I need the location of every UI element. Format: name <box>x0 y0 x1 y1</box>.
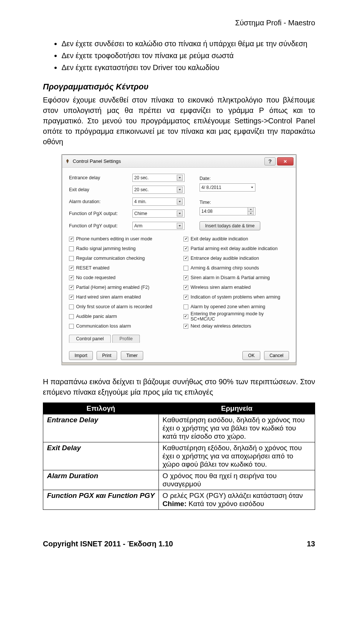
date-label: Date: <box>200 176 289 181</box>
checkbox-icon[interactable] <box>183 304 188 309</box>
chevron-down-icon <box>248 212 253 215</box>
chevron-down-icon <box>177 211 183 217</box>
table-cell-option: Exit Delay <box>43 442 159 470</box>
checkbox-icon[interactable] <box>69 324 74 329</box>
checkbox-label: Radio signal jamming testing <box>76 246 136 251</box>
time-value: 14:08 <box>201 209 213 214</box>
tab-control-panel[interactable]: Control panel <box>69 335 111 343</box>
table-row: Entrance DelayΚαθυστέρηση εισόδου, δηλαδ… <box>43 414 315 442</box>
close-button[interactable]: × <box>277 157 293 165</box>
checkbox-icon[interactable] <box>69 314 74 319</box>
checkbox-row[interactable]: Only first source of alarm is recorded <box>69 303 175 311</box>
checkbox-row[interactable]: No code requested <box>69 274 175 282</box>
chevron-up-icon <box>248 208 253 212</box>
checkbox-icon[interactable] <box>69 246 74 251</box>
checkbox-label: Arming & disarming chirp sounds <box>191 265 259 271</box>
chevron-down-icon <box>177 187 183 193</box>
checkbox-icon[interactable] <box>183 285 188 290</box>
checkbox-icon[interactable] <box>69 275 74 280</box>
section-title: Προγραμματισμός Κέντρου <box>43 82 315 92</box>
tab-profile[interactable]: Profile <box>112 335 139 343</box>
ok-button[interactable]: OK <box>242 351 260 360</box>
chevron-down-icon <box>177 223 183 229</box>
exit-delay-combo[interactable]: 20 sec. <box>132 186 185 194</box>
checkbox-row[interactable]: Entering the programming mode by SC+MC/U… <box>183 312 289 321</box>
checkbox-icon[interactable] <box>183 256 188 261</box>
checkbox-icon[interactable] <box>183 324 188 329</box>
table-row: Function PGX και Function PGYΟ ρελές PGX… <box>43 490 315 510</box>
checkbox-label: Only first source of alarm is recorded <box>76 304 152 309</box>
checkbox-row[interactable]: Regular communication checking <box>69 254 175 262</box>
checkbox-row[interactable]: Next delay wireless detectors <box>183 322 289 330</box>
pgx-label: Function of PgX output: <box>69 211 132 216</box>
alarm-duration-combo[interactable]: 4 min. <box>132 198 185 206</box>
checkbox-label: Exit delay audible indication <box>191 236 248 242</box>
cancel-button[interactable]: Cancel <box>264 351 289 360</box>
entrance-delay-value: 20 sec. <box>134 175 149 180</box>
checkbox-row[interactable]: Indication of system problems when armin… <box>183 293 289 301</box>
checkbox-icon[interactable] <box>69 256 74 261</box>
table-cell-meaning: Ο ρελές PGX (PGY) αλλάζει κατάσταση όταν… <box>158 490 315 510</box>
pgy-value: Arm <box>134 223 142 228</box>
checkbox-icon[interactable] <box>183 246 188 251</box>
time-spinner[interactable] <box>248 207 254 215</box>
checkbox-icon[interactable] <box>69 295 74 300</box>
table-cell-meaning: Καθυστέρηση εισόδου, δηλαδή ο χρόνος που… <box>158 414 315 442</box>
page-header: Σύστημα Profi - Maestro <box>43 19 315 27</box>
checkbox-label: Alarm by opened zone when arming <box>191 304 265 309</box>
checkbox-row[interactable]: Arming & disarming chirp sounds <box>183 264 289 272</box>
checkbox-label: Indication of system problems when armin… <box>191 294 280 300</box>
entrance-delay-combo[interactable]: 20 sec. <box>132 174 185 182</box>
checkbox-icon[interactable] <box>69 285 74 290</box>
bullet-item: Δεν έχετε εγκαταστήσει τον Driver του κα… <box>62 62 315 73</box>
checkbox-icon[interactable] <box>69 237 74 242</box>
help-button[interactable]: ? <box>264 157 276 165</box>
timer-button[interactable]: Timer <box>121 351 143 360</box>
checkbox-row[interactable]: Phone numbers editing in user mode <box>69 235 175 243</box>
checkbox-row[interactable]: Audible panic alarm <box>69 312 175 321</box>
checkbox-label: Next delay wireless detectors <box>191 323 251 329</box>
checkbox-icon[interactable] <box>69 304 74 309</box>
checkbox-row[interactable]: Siren alarm in Disarm & Partial arming <box>183 274 289 282</box>
checkbox-label: Communication loss alarm <box>76 323 131 329</box>
checkbox-row[interactable]: Partial arming exit delay audible indica… <box>183 244 289 253</box>
table-row: Exit DelayΚαθυστέρηση εξόδου, δηλαδή ο χ… <box>43 442 315 470</box>
checkbox-row[interactable]: Partial (Home) arming enabled (F2) <box>69 283 175 291</box>
pgx-combo[interactable]: Chime <box>132 209 185 218</box>
print-button[interactable]: Print <box>97 351 117 360</box>
checkbox-icon[interactable] <box>183 275 188 280</box>
checkbox-label: No code requested <box>76 275 116 280</box>
checkbox-row[interactable]: Hard wired siren alarm enabled <box>69 293 175 301</box>
pgx-value: Chime <box>134 211 147 216</box>
app-icon <box>65 158 70 164</box>
table-cell-meaning: Ο χρόνος που θα ηχεί η σειρήνα του συναγ… <box>158 470 315 490</box>
checkbox-row[interactable]: Alarm by opened zone when arming <box>183 303 289 311</box>
checkbox-row[interactable]: Communication loss alarm <box>69 322 175 330</box>
date-input[interactable]: 4/ 8./2011 <box>200 183 255 192</box>
checkbox-icon[interactable] <box>183 266 188 271</box>
checkbox-icon[interactable] <box>183 314 188 319</box>
checkbox-icon[interactable] <box>183 237 188 242</box>
checkbox-row[interactable]: Exit delay audible indication <box>183 235 289 243</box>
checkbox-icon[interactable] <box>183 295 188 300</box>
table-head-meaning: Ερμηνεία <box>158 403 315 414</box>
checkbox-label: Siren alarm in Disarm & Partial arming <box>191 275 270 280</box>
checkbox-label: Phone numbers editing in user mode <box>76 236 152 242</box>
time-input[interactable]: 14:08 <box>200 207 255 215</box>
checkbox-row[interactable]: Radio signal jamming testing <box>69 244 175 253</box>
caption-text: Η παραπάνω εικόνα δείχνει τι βάζουμε συν… <box>43 376 315 397</box>
checkbox-label: Entering the programming mode by SC+MC/U… <box>191 311 289 322</box>
checkbox-icon[interactable] <box>69 266 74 271</box>
insert-date-time-button[interactable]: Insert todays date & time <box>200 221 260 230</box>
checkbox-label: Hard wired siren alarm enabled <box>76 294 141 300</box>
checkbox-row[interactable]: Entrance delay audible indication <box>183 254 289 262</box>
date-value: 4/ 8./2011 <box>201 185 221 190</box>
section-body: Εφόσον έχουμε συνδεθεί στον πίνακα το ει… <box>43 95 315 147</box>
bullet-list: Δεν έχετε συνδέσει το καλώδιο στο πίνακα… <box>43 38 315 73</box>
tabs: Control panel Profile <box>69 335 289 343</box>
checkbox-row[interactable]: Wireless siren alarm enabled <box>183 283 289 291</box>
checkbox-row[interactable]: RESET enabled <box>69 264 175 272</box>
checkbox-label: Partial arming exit delay audible indica… <box>191 246 277 251</box>
import-button[interactable]: Import <box>69 351 93 360</box>
pgy-combo[interactable]: Arm <box>132 222 185 230</box>
